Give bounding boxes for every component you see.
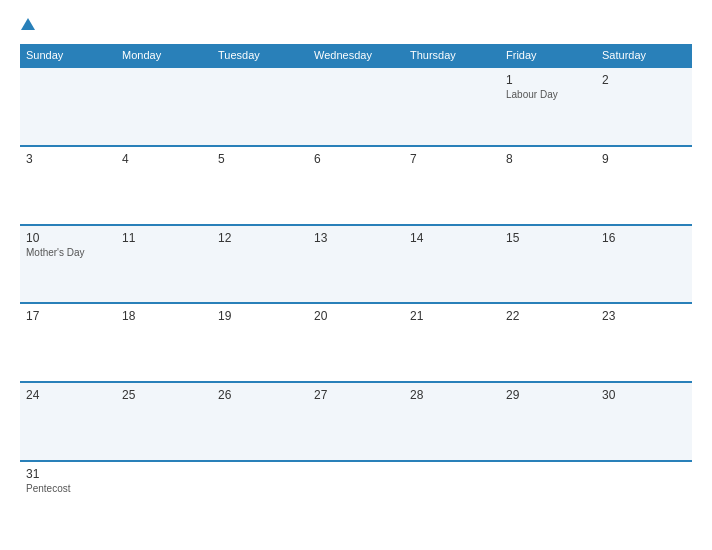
logo — [20, 18, 35, 32]
calendar-week-row: 1Labour Day2 — [20, 67, 692, 146]
day-number: 3 — [26, 152, 110, 166]
day-number: 27 — [314, 388, 398, 402]
calendar-cell: 6 — [308, 146, 404, 225]
calendar-cell — [500, 461, 596, 540]
header — [20, 18, 692, 32]
day-number: 26 — [218, 388, 302, 402]
calendar-cell: 9 — [596, 146, 692, 225]
day-number: 8 — [506, 152, 590, 166]
calendar-week-row: 10Mother's Day111213141516 — [20, 225, 692, 304]
calendar-cell — [308, 67, 404, 146]
calendar-cell: 15 — [500, 225, 596, 304]
calendar-cell: 23 — [596, 303, 692, 382]
calendar-cell: 22 — [500, 303, 596, 382]
col-friday: Friday — [500, 44, 596, 67]
calendar-cell: 8 — [500, 146, 596, 225]
calendar-cell: 14 — [404, 225, 500, 304]
day-number: 22 — [506, 309, 590, 323]
day-number: 5 — [218, 152, 302, 166]
calendar-cell — [20, 67, 116, 146]
day-number: 12 — [218, 231, 302, 245]
day-number: 4 — [122, 152, 206, 166]
day-number: 13 — [314, 231, 398, 245]
calendar-cell: 25 — [116, 382, 212, 461]
calendar-table: Sunday Monday Tuesday Wednesday Thursday… — [20, 44, 692, 540]
calendar-cell: 28 — [404, 382, 500, 461]
calendar-cell: 1Labour Day — [500, 67, 596, 146]
calendar-cell: 2 — [596, 67, 692, 146]
day-event: Pentecost — [26, 483, 110, 494]
calendar-cell: 30 — [596, 382, 692, 461]
col-wednesday: Wednesday — [308, 44, 404, 67]
calendar-page: Sunday Monday Tuesday Wednesday Thursday… — [0, 0, 712, 550]
day-number: 10 — [26, 231, 110, 245]
calendar-week-row: 31Pentecost — [20, 461, 692, 540]
calendar-cell: 7 — [404, 146, 500, 225]
calendar-week-row: 3456789 — [20, 146, 692, 225]
calendar-week-row: 17181920212223 — [20, 303, 692, 382]
calendar-cell: 13 — [308, 225, 404, 304]
day-number: 17 — [26, 309, 110, 323]
calendar-cell: 29 — [500, 382, 596, 461]
day-number: 21 — [410, 309, 494, 323]
calendar-cell: 16 — [596, 225, 692, 304]
day-number: 19 — [218, 309, 302, 323]
calendar-header-row: Sunday Monday Tuesday Wednesday Thursday… — [20, 44, 692, 67]
day-number: 14 — [410, 231, 494, 245]
col-sunday: Sunday — [20, 44, 116, 67]
day-number: 20 — [314, 309, 398, 323]
calendar-cell: 31Pentecost — [20, 461, 116, 540]
day-number: 31 — [26, 467, 110, 481]
calendar-cell: 21 — [404, 303, 500, 382]
calendar-cell: 19 — [212, 303, 308, 382]
calendar-cell — [116, 67, 212, 146]
day-number: 16 — [602, 231, 686, 245]
logo-text — [20, 18, 35, 32]
calendar-cell: 17 — [20, 303, 116, 382]
day-number: 24 — [26, 388, 110, 402]
col-monday: Monday — [116, 44, 212, 67]
calendar-cell: 5 — [212, 146, 308, 225]
day-number: 1 — [506, 73, 590, 87]
day-number: 29 — [506, 388, 590, 402]
col-thursday: Thursday — [404, 44, 500, 67]
calendar-cell — [308, 461, 404, 540]
calendar-cell — [404, 67, 500, 146]
calendar-cell: 27 — [308, 382, 404, 461]
calendar-cell: 26 — [212, 382, 308, 461]
day-number: 18 — [122, 309, 206, 323]
calendar-week-row: 24252627282930 — [20, 382, 692, 461]
calendar-cell: 11 — [116, 225, 212, 304]
calendar-cell: 12 — [212, 225, 308, 304]
calendar-cell: 20 — [308, 303, 404, 382]
day-number: 9 — [602, 152, 686, 166]
calendar-cell: 24 — [20, 382, 116, 461]
calendar-cell: 10Mother's Day — [20, 225, 116, 304]
day-number: 11 — [122, 231, 206, 245]
calendar-cell — [116, 461, 212, 540]
day-event: Mother's Day — [26, 247, 110, 258]
day-number: 15 — [506, 231, 590, 245]
calendar-cell: 4 — [116, 146, 212, 225]
day-number: 23 — [602, 309, 686, 323]
day-event: Labour Day — [506, 89, 590, 100]
calendar-cell — [212, 461, 308, 540]
logo-triangle-icon — [21, 18, 35, 30]
calendar-cell: 3 — [20, 146, 116, 225]
calendar-cell — [596, 461, 692, 540]
day-number: 30 — [602, 388, 686, 402]
calendar-cell — [212, 67, 308, 146]
day-number: 2 — [602, 73, 686, 87]
col-tuesday: Tuesday — [212, 44, 308, 67]
calendar-cell: 18 — [116, 303, 212, 382]
day-number: 25 — [122, 388, 206, 402]
calendar-cell — [404, 461, 500, 540]
col-saturday: Saturday — [596, 44, 692, 67]
day-number: 6 — [314, 152, 398, 166]
day-number: 7 — [410, 152, 494, 166]
calendar-wrap: Sunday Monday Tuesday Wednesday Thursday… — [20, 44, 692, 540]
day-number: 28 — [410, 388, 494, 402]
